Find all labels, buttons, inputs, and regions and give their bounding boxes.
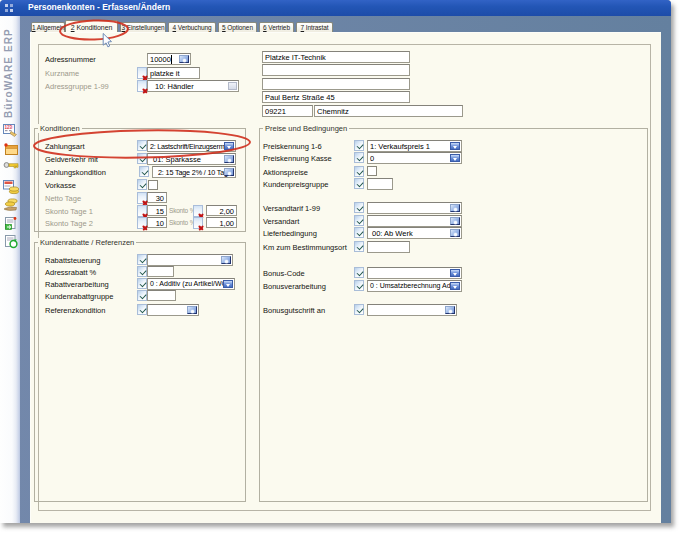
svg-text:123: 123 [5, 125, 13, 130]
